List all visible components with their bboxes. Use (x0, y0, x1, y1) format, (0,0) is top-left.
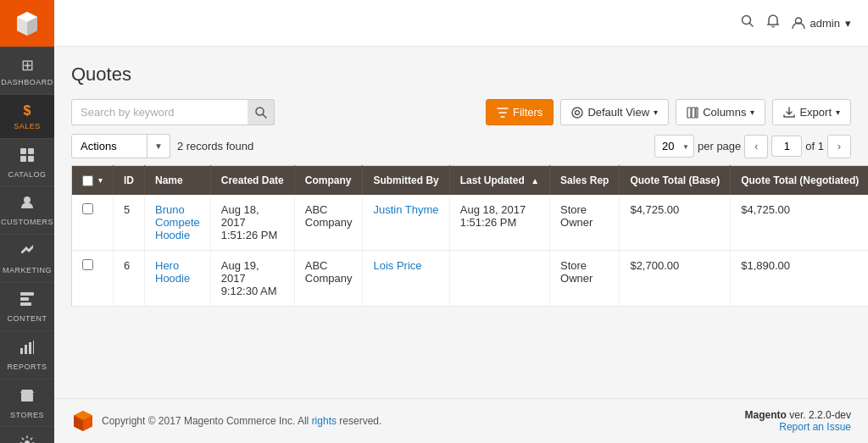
columns-arrow: ▾ (750, 108, 754, 117)
pagination-prev-button[interactable]: ‹ (744, 135, 768, 158)
select-all-checkbox[interactable] (82, 175, 93, 186)
content-icon (19, 291, 35, 311)
per-page-select-wrap: 20 (654, 135, 694, 158)
svg-rect-3 (28, 156, 34, 162)
row-submitted-by-link[interactable]: Lois Price (373, 259, 421, 272)
sidebar-item-catalog[interactable]: CATALOG (0, 138, 54, 186)
pagination-next-button[interactable]: › (827, 135, 851, 158)
toolbar: Filters Default View ▾ Columns ▾ Export … (71, 99, 851, 125)
th-quote-total-base: Quote Total (Base) (620, 166, 731, 196)
svg-rect-0 (20, 148, 26, 154)
row-checkbox[interactable] (82, 259, 93, 270)
table-row: 6 Hero Hoodie Aug 19, 2017 9:12:30 AM AB… (72, 251, 869, 307)
svg-rect-26 (692, 108, 695, 118)
notification-icon[interactable] (766, 14, 780, 31)
row-created-date: Aug 18, 2017 1:51:26 PM (210, 195, 294, 251)
sidebar-item-dashboard[interactable]: ⊞ DASHBOARD (0, 47, 54, 94)
sidebar-item-content-label: CONTENT (8, 314, 47, 324)
main-area: admin ▾ Quotes Filters (54, 0, 868, 443)
default-view-label: Default View (587, 106, 649, 119)
page-content: Quotes Filters Default View (54, 47, 868, 390)
th-submitted-by: Submitted By (363, 166, 449, 196)
report-issue-link[interactable]: Report an Issue (745, 421, 851, 433)
columns-label: Columns (703, 106, 746, 119)
sidebar-item-stores[interactable]: STORES (0, 379, 54, 427)
sidebar-item-marketing-label: MARKETING (3, 266, 52, 275)
row-submitted-by: Justin Thyme (363, 195, 449, 251)
row-quote-total-negotiated: $1,890.00 (731, 251, 868, 307)
th-company: Company (294, 166, 363, 196)
th-checkbox: ▾ (72, 166, 114, 196)
filters-button[interactable]: Filters (486, 99, 554, 125)
svg-rect-7 (20, 302, 31, 306)
footer-right: Magento ver. 2.2.0-dev Report an Issue (745, 409, 851, 433)
records-row: Actions ▼ 2 records found 20 per page ‹ … (71, 134, 851, 158)
export-button[interactable]: Export ▾ (772, 99, 851, 125)
th-id: ID (114, 166, 145, 196)
footer: Copyright © 2017 Magento Commerce Inc. A… (54, 398, 868, 443)
row-sales-rep: Store Owner (550, 195, 620, 251)
sidebar: ⊞ DASHBOARD $ SALES CATALOG CUSTOMERS MA… (0, 0, 54, 443)
th-last-updated[interactable]: Last Updated ▲ (449, 166, 549, 196)
sidebar-item-content[interactable]: CONTENT (0, 282, 54, 330)
row-quote-total-base: $4,725.00 (620, 195, 731, 251)
sales-icon: $ (24, 103, 31, 119)
search-icon[interactable] (741, 14, 754, 31)
row-company: ABC Company (294, 195, 363, 251)
sidebar-item-sales-label: SALES (14, 122, 41, 131)
row-last-updated (449, 251, 549, 307)
actions-select[interactable]: Actions (71, 134, 147, 158)
pagination: 20 per page ‹ of 1 › (654, 135, 851, 158)
search-input[interactable] (71, 99, 275, 125)
svg-point-23 (572, 108, 582, 118)
sidebar-item-reports[interactable]: REPORTS (0, 330, 54, 379)
row-last-updated: Aug 18, 2017 1:51:26 PM (449, 195, 549, 251)
th-name: Name (145, 166, 211, 196)
sort-icon-last-updated: ▲ (531, 176, 539, 186)
row-submitted-by-link[interactable]: Justin Thyme (373, 203, 438, 216)
sidebar-item-marketing[interactable]: MARKETING (0, 234, 54, 282)
customers-icon (19, 195, 35, 214)
svg-rect-8 (20, 348, 23, 354)
sidebar-item-catalog-label: CATALOG (8, 170, 46, 180)
row-name: Hero Hoodie (145, 251, 211, 307)
row-quote-total-base: $2,700.00 (620, 251, 731, 307)
table-row: 5 Bruno Compete Hoodie Aug 18, 2017 1:51… (72, 195, 869, 251)
sidebar-item-system[interactable]: SYSTEM (0, 426, 54, 443)
actions-arrow-button[interactable]: ▼ (147, 134, 170, 158)
sidebar-item-reports-label: REPORTS (8, 363, 47, 372)
per-page-select[interactable]: 20 (654, 135, 694, 158)
svg-rect-6 (20, 297, 29, 301)
table-body: 5 Bruno Compete Hoodie Aug 18, 2017 1:51… (72, 195, 869, 307)
user-menu[interactable]: admin ▾ (792, 16, 851, 30)
row-company: ABC Company (294, 251, 363, 307)
rights-link[interactable]: rights (312, 415, 337, 427)
topbar-icons: admin ▾ (741, 14, 851, 31)
table-header: ▾ ID Name Created Date Company Submitted… (72, 166, 869, 196)
sidebar-item-customers-label: CUSTOMERS (1, 218, 53, 227)
sidebar-item-customers[interactable]: CUSTOMERS (0, 186, 54, 234)
row-name-link[interactable]: Bruno Compete Hoodie (155, 203, 200, 241)
page-title: Quotes (71, 64, 851, 86)
page-number-input[interactable] (771, 136, 802, 157)
svg-point-24 (576, 110, 580, 114)
svg-point-4 (24, 197, 31, 203)
sidebar-item-sales[interactable]: $ SALES (0, 94, 54, 138)
select-all-arrow[interactable]: ▾ (98, 176, 103, 185)
svg-rect-10 (29, 342, 31, 354)
sidebar-item-dashboard-label: DASHBOARD (1, 78, 53, 87)
svg-line-22 (263, 114, 266, 118)
row-name-link[interactable]: Hero Hoodie (155, 259, 190, 285)
th-created-date: Created Date (210, 166, 294, 196)
actions-select-wrap: Actions ▼ (71, 134, 170, 158)
row-quote-total-negotiated: $4,725.00 (731, 195, 868, 251)
page-header: Quotes (71, 64, 851, 86)
columns-button[interactable]: Columns ▾ (676, 99, 765, 125)
svg-rect-5 (20, 292, 34, 296)
search-button[interactable] (248, 99, 275, 125)
footer-left: Copyright © 2017 Magento Commerce Inc. A… (71, 409, 381, 433)
sidebar-logo[interactable] (0, 0, 54, 47)
default-view-button[interactable]: Default View ▾ (560, 99, 669, 125)
marketing-icon (19, 243, 35, 263)
row-checkbox[interactable] (82, 203, 93, 214)
